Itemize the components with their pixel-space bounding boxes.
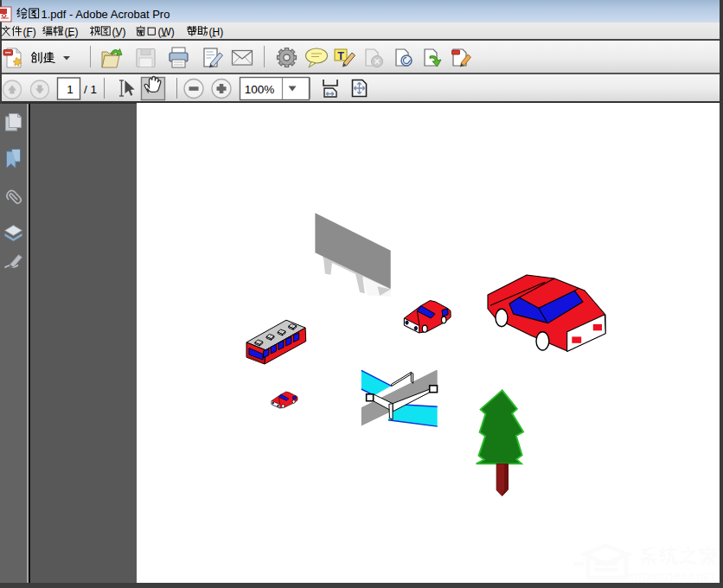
svg-text:100%: 100% xyxy=(245,83,275,96)
svg-text:T: T xyxy=(337,50,344,62)
svg-text:XITONGZHIJIA.NET: XITONGZHIJIA.NET xyxy=(628,572,716,582)
svg-text:/ 1: / 1 xyxy=(84,83,97,96)
svg-text:1.pdf - Adobe Acrobat Pro: 1.pdf - Adobe Acrobat Pro xyxy=(42,8,170,21)
svg-text:(H): (H) xyxy=(209,26,224,38)
svg-text:1: 1 xyxy=(67,83,74,96)
